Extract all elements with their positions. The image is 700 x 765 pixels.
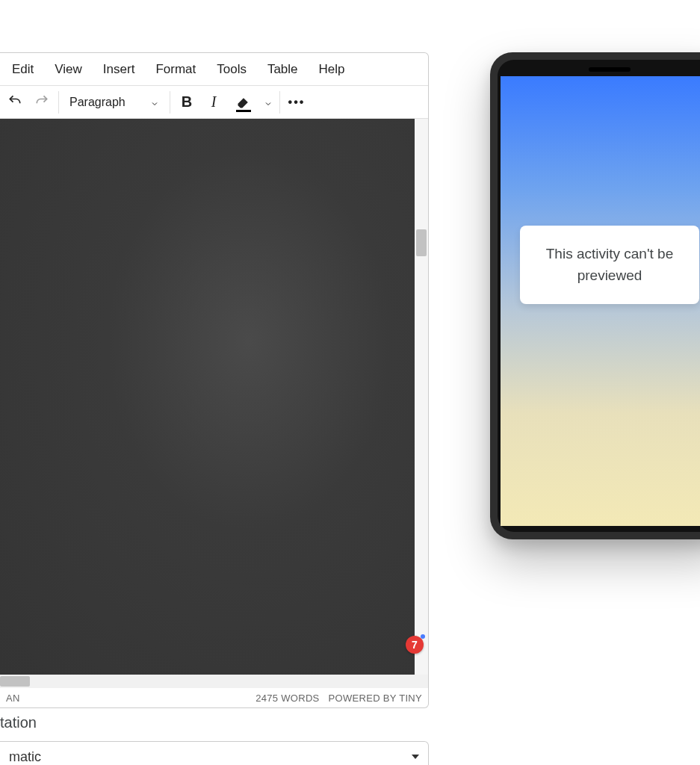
horizontal-scrollbar-thumb[interactable] [0, 676, 30, 687]
toolbar-separator [279, 91, 280, 114]
menubar: Edit View Insert Format Tools Table Help [0, 53, 428, 86]
undo-icon [7, 93, 22, 111]
chevron-down-icon [150, 98, 159, 107]
menu-insert[interactable]: Insert [93, 58, 146, 81]
menu-tools[interactable]: Tools [206, 58, 257, 81]
more-button[interactable]: ••• [283, 89, 310, 116]
text-color-dropdown[interactable] [260, 89, 276, 116]
chevron-down-icon [264, 98, 273, 107]
bold-icon: B [182, 93, 192, 111]
phone-screen: This activity can't be previewed [501, 76, 700, 526]
vertical-scrollbar-thumb[interactable] [416, 229, 427, 256]
phone-mockup: This activity can't be previewed [490, 52, 700, 539]
orientation-value: matic [9, 749, 41, 765]
phone-bezel: This activity can't be previewed [498, 60, 700, 532]
rich-text-editor: Edit View Insert Format Tools Table Help… [0, 52, 429, 708]
preview-message-text: This activity can't be previewed [546, 246, 673, 283]
editor-content[interactable] [0, 119, 415, 675]
toolbar: Paragraph B I ••• [0, 86, 428, 119]
more-icon: ••• [288, 96, 306, 109]
preview-message-card: This activity can't be previewed [520, 226, 699, 304]
redo-button[interactable] [28, 89, 55, 116]
powered-by[interactable]: POWERED BY TINY [329, 693, 422, 704]
italic-button[interactable]: I [200, 89, 227, 116]
toolbar-separator [58, 91, 59, 114]
menu-format[interactable]: Format [145, 58, 206, 81]
phone-speaker [589, 67, 631, 72]
menu-help[interactable]: Help [309, 58, 356, 81]
italic-icon: I [211, 93, 217, 111]
text-color-button[interactable] [227, 89, 260, 116]
horizontal-scrollbar[interactable] [0, 675, 428, 688]
vertical-scrollbar[interactable] [415, 119, 428, 675]
word-count[interactable]: 2475 WORDS [255, 693, 319, 704]
status-path: AN [6, 693, 20, 704]
statusbar: AN 2475 WORDS POWERED BY TINY [0, 688, 428, 707]
highlighter-icon [236, 95, 251, 110]
menu-edit[interactable]: Edit [1, 58, 44, 81]
bold-button[interactable]: B [173, 89, 200, 116]
toolbar-separator [170, 91, 170, 114]
menu-table[interactable]: Table [257, 58, 309, 81]
block-format-value: Paragraph [69, 96, 126, 109]
block-format-select[interactable]: Paragraph [62, 89, 167, 116]
caret-down-icon [412, 755, 419, 759]
orientation-select[interactable]: matic [0, 741, 429, 765]
editor-body: 7 [0, 119, 428, 675]
menu-view[interactable]: View [44, 58, 93, 81]
orientation-label: tation [0, 714, 37, 731]
redo-icon [34, 93, 49, 111]
undo-button[interactable] [1, 89, 28, 116]
notification-badge[interactable]: 7 [406, 636, 424, 654]
